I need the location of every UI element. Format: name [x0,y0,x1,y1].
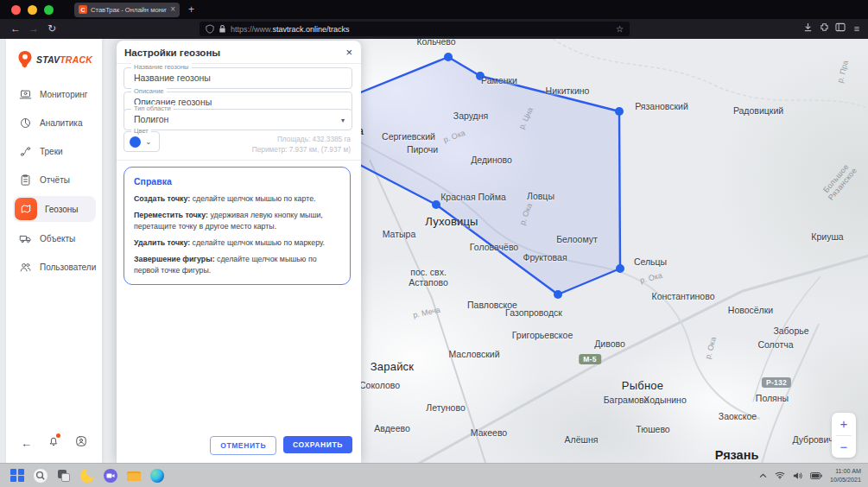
minimize-window-button[interactable] [28,5,37,15]
extensions-icon[interactable] [818,22,830,35]
chevron-down-icon[interactable]: ⌄ [145,137,152,146]
geozone-name-label: Название геозоны [131,63,192,71]
tab-title: СтавТрак - Онлайн мониторинг [91,6,167,14]
tray-time: 11:00 AM [830,467,861,476]
reload-icon[interactable]: ↻ [48,22,56,36]
save-button[interactable]: СОХРАНИТЬ [283,436,352,453]
color-swatch[interactable] [130,136,141,148]
system-tray: 11:00 AM 10/05/2021 [759,464,861,487]
zoom-in-button[interactable]: + [832,413,856,435]
start-button-icon[interactable] [10,469,24,483]
app-sidebar: STAVTRACK Мониторинг Аналитика Треки Отч… [6,39,102,463]
polygon-vertex-marker[interactable] [476,72,485,80]
moon-app-icon[interactable] [80,469,94,483]
volume-icon[interactable] [793,471,802,480]
geozone-name-value[interactable]: Название геозоны [124,68,352,88]
wifi-icon[interactable] [775,471,785,479]
monitoring-icon [19,88,32,101]
url-text: https://www.stavtrack.online/tracks [231,25,611,34]
sidebar-item-reports[interactable]: Отчёты [13,167,96,193]
analytics-icon [19,117,32,130]
clock[interactable]: 11:00 AM 10/05/2021 [830,467,861,484]
search-icon[interactable] [34,469,48,483]
close-modal-icon[interactable]: × [345,46,352,59]
sidebar-item-monitoring[interactable]: Мониторинг [13,81,96,107]
close-window-button[interactable] [11,5,21,15]
battery-icon[interactable] [810,472,822,479]
area-type-label: Тип области [131,104,174,112]
objects-truck-icon [19,232,32,245]
sidebar-item-analytics[interactable]: Аналитика [13,110,96,136]
polygon-vertex-marker[interactable] [432,200,440,209]
polygon-vertex-marker[interactable] [616,264,624,273]
video-call-app-icon[interactable] [104,469,117,483]
maximize-window-button[interactable] [44,5,54,15]
users-icon [19,261,32,274]
sidebar-item-objects[interactable]: Объекты [13,225,96,251]
perimeter-value: Периметр: 7.937 км, (7.937 м) [252,144,351,155]
color-label: Цвет [131,127,151,135]
url-bar[interactable]: https://www.stavtrack.online/tracks ☆ [200,22,630,36]
help-panel: Справка Создать точку: сделайте щелчок м… [124,167,351,285]
area-type-value: Полигон [124,110,352,130]
geozone-polygon[interactable] [326,57,620,294]
windows-taskbar: 11:00 AM 10/05/2021 [0,463,868,487]
task-view-icon[interactable] [57,469,71,483]
stavtrack-logo: STAVTRACK [16,49,92,70]
help-item: Переместить точку: удерживая левую кнопк… [134,210,340,231]
tray-date: 10/05/2021 [830,476,861,484]
tracks-icon [19,145,32,158]
color-picker[interactable]: Цвет ⌄ [124,131,160,152]
polygon-vertex-marker[interactable] [554,290,562,299]
area-value: Площадь: 432.3385 га [252,134,351,144]
polygon-vertex-marker[interactable] [615,107,624,116]
help-item: Удалить точку: сделайте щелчок мышью по … [134,237,340,248]
sidebar-footer: ← [6,435,102,451]
divider [117,160,361,161]
bookmark-star-icon[interactable]: ☆ [616,24,624,34]
notification-dot [56,433,60,438]
new-tab-button[interactable]: + [188,3,194,16]
collapse-sidebar-icon[interactable]: ← [21,437,32,450]
map-zoom-control: + − [832,413,856,458]
geozone-settings-modal: Настройки геозоны × Название геозоны Наз… [117,41,361,463]
window-controls [11,5,60,15]
stavtrack-favicon: С [79,5,87,14]
modal-title: Настройки геозоны [124,47,220,58]
taskbar-icons [10,469,164,483]
browser-toolbar: ← → ↻ https://www.stavtrack.online/track… [0,19,868,39]
forward-icon[interactable]: → [29,22,39,36]
browser-tab[interactable]: С СтавТрак - Онлайн мониторинг × [74,3,180,17]
cancel-button[interactable]: ОТМЕНИТЬ [210,436,276,455]
zoom-out-button[interactable]: − [832,436,856,459]
tray-chevron-icon[interactable] [759,473,767,478]
lock-icon[interactable] [219,24,226,34]
sidebar-item-geozones[interactable]: Геозоны [13,196,96,222]
file-explorer-icon[interactable] [127,469,141,483]
geozone-stats: Площадь: 432.3385 га Периметр: 7.937 км,… [252,134,351,155]
download-icon[interactable] [801,22,814,35]
sidebar-item-users[interactable]: Пользователи [13,254,96,280]
polygon-vertex-marker[interactable] [444,53,453,61]
geozones-icon [15,198,37,220]
browser-tab-bar: С СтавТрак - Онлайн мониторинг × + [0,0,868,19]
area-type-select[interactable]: Тип области Полигон ▾ [124,109,352,130]
close-tab-icon[interactable]: × [170,5,175,14]
chevron-down-icon[interactable]: ▾ [341,116,345,123]
notifications-bell-icon[interactable] [48,435,60,451]
edge-browser-icon[interactable] [150,469,164,483]
screen: { "browser": { "tab_title": "СтавТрак - … [0,0,868,487]
description-label: Описание [131,87,167,95]
tracking-shield-icon[interactable] [206,24,214,34]
help-item: Создать точку: сделайте щелчок мышью по … [134,193,340,204]
profile-icon[interactable] [75,435,87,451]
page-content: КольчевоРаменкиНикиткиноРязановскийРадов… [0,39,868,463]
sidebar-toggle-icon[interactable] [834,22,846,35]
back-icon[interactable]: ← [10,22,21,36]
menu-icon[interactable]: ≡ [851,22,863,35]
reports-icon [19,174,32,187]
sidebar-item-tracks[interactable]: Треки [13,138,96,164]
help-title: Справка [134,176,340,187]
geozone-name-field[interactable]: Название геозоны Название геозоны [124,67,352,89]
stavtrack-pin-icon [16,49,34,70]
